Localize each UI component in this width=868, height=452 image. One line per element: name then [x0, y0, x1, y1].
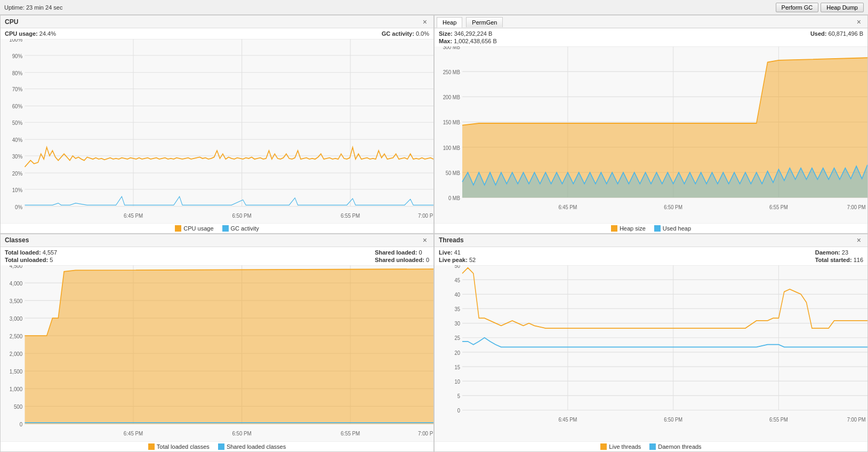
svg-text:6:50 PM: 6:50 PM [232, 430, 251, 436]
total-loaded-label: Total loaded: [5, 249, 41, 256]
svg-text:4,500: 4,500 [10, 265, 23, 269]
threads-stats-right: Daemon: 23 Total started: 116 [815, 249, 863, 263]
live-label: Live: [439, 249, 453, 256]
live-threads-legend-icon [600, 443, 607, 450]
cpu-panel: CPU × CPU usage: 24.4% GC activity: 0.0% [0, 15, 434, 234]
svg-text:50: 50 [454, 265, 460, 269]
live-peak-stat: Live peak: 52 [439, 257, 476, 263]
svg-text:6:45 PM: 6:45 PM [558, 204, 577, 210]
uptime-label: Uptime: [4, 4, 25, 11]
shared-classes-legend-icon [218, 443, 224, 450]
svg-text:4,000: 4,000 [10, 280, 23, 286]
cpu-usage-legend: CPU usage [175, 225, 213, 232]
classes-panel: Classes × Total loaded: 4,557 Total unlo… [0, 234, 434, 453]
shared-loaded-stat: Shared loaded: 0 [375, 249, 429, 256]
svg-text:6:50 PM: 6:50 PM [664, 204, 682, 210]
used-heap-legend-icon [654, 225, 661, 232]
live-peak-value: 52 [469, 257, 476, 263]
svg-marker-75 [25, 269, 433, 424]
shared-loaded-label: Shared loaded: [375, 249, 417, 256]
heap-size-legend-label: Heap size [620, 225, 646, 232]
classes-stats: Total loaded: 4,557 Total unloaded: 5 Sh… [1, 247, 433, 265]
live-value: 41 [454, 249, 461, 256]
cpu-panel-title: CPU [5, 18, 18, 26]
total-started-value: 116 [854, 257, 863, 263]
shared-unloaded-label: Shared unloaded: [375, 257, 424, 263]
shared-unloaded-stat: Shared unloaded: 0 [375, 257, 429, 263]
svg-text:7:00 PM: 7:00 PM [847, 204, 866, 210]
gc-activity-value: 0.0% [416, 30, 429, 37]
svg-text:25: 25 [454, 335, 460, 341]
top-bar: Uptime: 23 min 24 sec Perform GC Heap Du… [0, 0, 868, 15]
shared-unloaded-value: 0 [426, 257, 429, 263]
svg-text:200 MB: 200 MB [443, 94, 461, 101]
svg-text:10: 10 [454, 378, 460, 385]
heap-max-label: Max: [439, 38, 452, 44]
svg-text:3,000: 3,000 [10, 315, 23, 321]
threads-stats: Live: 41 Live peak: 52 Daemon: 23 Total … [435, 247, 867, 265]
total-unloaded-label: Total unloaded: [5, 257, 48, 263]
perform-gc-button[interactable]: Perform GC [776, 3, 819, 12]
svg-text:1,000: 1,000 [10, 386, 23, 392]
heap-max-value: 1,002,438,656 B [454, 38, 497, 44]
heap-size-label: Size: [439, 30, 453, 37]
shared-classes-legend-label: Shared loaded classes [227, 443, 286, 450]
live-peak-label: Live peak: [439, 257, 468, 263]
threads-close-button[interactable]: × [855, 236, 863, 244]
svg-text:35: 35 [454, 306, 460, 312]
threads-legend: Live threads Daemon threads [435, 441, 867, 451]
cpu-usage-legend-label: CPU usage [183, 225, 213, 232]
total-started-stat: Total started: 116 [815, 257, 863, 263]
svg-text:3,500: 3,500 [10, 298, 23, 304]
total-unloaded-value: 5 [50, 257, 53, 263]
svg-text:30: 30 [454, 320, 460, 327]
cpu-legend: CPU usage GC activity [1, 223, 433, 233]
total-classes-legend-label: Total loaded classes [157, 443, 210, 450]
svg-text:40%: 40% [12, 137, 22, 144]
svg-text:10%: 10% [12, 187, 22, 193]
daemon-label: Daemon: [815, 249, 840, 256]
svg-text:15: 15 [454, 364, 460, 370]
daemon-stat: Daemon: 23 [815, 249, 863, 256]
heap-used-value: 60,871,496 B [829, 30, 863, 37]
live-stat: Live: 41 [439, 249, 476, 256]
uptime-value: 23 min 24 sec [26, 4, 62, 11]
heap-stats: Size: 346,292,224 B Max: 1,002,438,656 B… [435, 28, 867, 46]
svg-text:40: 40 [454, 291, 460, 298]
main-grid: CPU × CPU usage: 24.4% GC activity: 0.0% [0, 15, 868, 452]
heap-close-button[interactable]: × [855, 18, 863, 26]
svg-text:7:00 PM: 7:00 PM [418, 212, 433, 219]
heap-dump-button[interactable]: Heap Dump [821, 3, 864, 12]
shared-classes-legend: Shared loaded classes [218, 443, 286, 450]
cpu-close-button[interactable]: × [421, 18, 429, 26]
svg-text:7:00 PM: 7:00 PM [418, 430, 433, 436]
cpu-chart-svg: 100% 90% 80% 70% 60% 50% 40% 30% 20% 10%… [1, 39, 433, 223]
cpu-usage-legend-icon [175, 225, 181, 232]
threads-chart-svg: 50 45 40 35 30 25 20 15 10 5 0 [435, 265, 867, 442]
daemon-value: 23 [842, 249, 848, 256]
heap-tab-button[interactable]: Heap [437, 17, 462, 28]
svg-text:6:50 PM: 6:50 PM [232, 212, 251, 219]
svg-text:20%: 20% [12, 170, 22, 177]
classes-close-button[interactable]: × [421, 236, 429, 244]
heap-chart-area: 300 MB 250 MB 200 MB 150 MB 100 MB 50 MB… [435, 46, 867, 223]
heap-tab-header: Heap PermGen × [435, 15, 867, 28]
threads-panel-title: Threads [439, 236, 464, 244]
total-classes-legend: Total loaded classes [148, 443, 210, 450]
permgen-tab-button[interactable]: PermGen [466, 17, 503, 27]
svg-text:2,500: 2,500 [10, 333, 23, 339]
daemon-threads-legend-label: Daemon threads [658, 443, 701, 450]
total-loaded-value: 4,557 [43, 249, 58, 256]
live-threads-legend-label: Live threads [609, 443, 641, 450]
heap-size-stat: Size: 346,292,224 B [439, 30, 497, 37]
total-unloaded-stat: Total unloaded: 5 [5, 257, 57, 263]
svg-text:7:00 PM: 7:00 PM [847, 416, 866, 423]
svg-text:5: 5 [457, 393, 461, 399]
svg-text:60%: 60% [12, 104, 22, 110]
gc-activity-stat: GC activity: 0.0% [382, 30, 429, 37]
svg-text:0: 0 [20, 421, 23, 427]
svg-text:6:55 PM: 6:55 PM [769, 416, 788, 423]
svg-text:0 MB: 0 MB [448, 195, 460, 201]
heap-stats-right: Used: 60,871,496 B [810, 30, 863, 44]
gc-activity-legend-icon [222, 225, 229, 232]
